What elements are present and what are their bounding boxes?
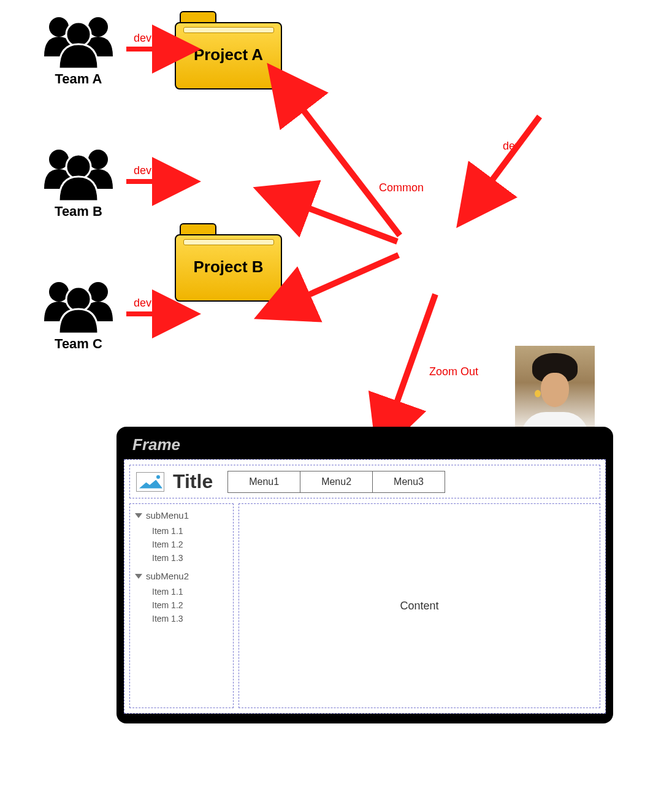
sidebar-item[interactable]: Item 1.3 [152,551,228,565]
team-label: Team C [36,336,121,352]
team-c: Team C [36,278,121,352]
arrow-label-dev: dev [134,164,151,177]
sidebar-group-title: subMenu1 [146,510,189,521]
folder-label: Project A [175,45,282,64]
svg-line-16 [391,294,435,418]
sidebar-item[interactable]: Item 1.1 [152,585,228,598]
sidebar-item[interactable]: Item 1.2 [152,598,228,612]
wf-header: Title Menu1 Menu2 Menu3 [129,465,600,498]
content-label: Content [400,600,438,612]
sidebar-group-header[interactable]: subMenu2 [135,571,228,581]
frame-inner: Title Menu1 Menu2 Menu3 subMenu1 Item 1.… [124,459,606,714]
people-icon [36,13,121,69]
sidebar-group: subMenu2 Item 1.1 Item 1.2 Item 1.3 [135,571,228,625]
sidebar-item[interactable]: Item 1.2 [152,538,228,551]
menu-item[interactable]: Menu3 [373,471,445,492]
sidebar-item[interactable]: Item 1.1 [152,524,228,538]
team-b: Team B [36,146,121,219]
menu-item[interactable]: Menu1 [228,471,300,492]
svg-line-15 [482,116,540,194]
folder-project-b: Project B [175,223,282,303]
wf-menus: Menu1 Menu2 Menu3 [227,471,445,493]
svg-point-2 [66,22,91,47]
team-a: Team A [36,13,121,87]
chevron-down-icon [135,574,142,579]
frame-window: Frame Title Menu1 Menu2 Menu3 subMenu1 I… [116,427,613,723]
team-label: Team A [36,71,121,87]
arrow-label-dev: dev [503,140,521,153]
people-icon [36,146,121,201]
arrow-label-common: Common [379,181,424,194]
svg-point-8 [66,287,91,311]
menu-item[interactable]: Menu2 [300,471,373,492]
svg-line-13 [293,202,397,242]
sidebar-item[interactable]: Item 1.3 [152,612,228,625]
chevron-down-icon [135,513,142,518]
page-title: Title [173,470,213,493]
logo-icon [136,472,164,492]
svg-point-5 [66,155,91,179]
team-label: Team B [36,204,121,219]
folder-label: Project B [175,258,282,277]
people-icon [36,278,121,334]
avatar [515,346,595,438]
frame-title: Frame [132,435,606,454]
wf-content: Content [239,503,600,708]
sidebar-group-title: subMenu2 [146,571,189,581]
sidebar-group-header[interactable]: subMenu1 [135,510,228,521]
folder-project-a: Project A [175,11,282,91]
sidebar-group: subMenu1 Item 1.1 Item 1.2 Item 1.3 [135,510,228,565]
wf-sidebar: subMenu1 Item 1.1 Item 1.2 Item 1.3 subM… [129,503,234,708]
svg-line-14 [293,255,399,302]
svg-line-12 [293,97,400,235]
arrow-label-dev: dev [134,32,151,45]
arrow-label-zoomout: Zoom Out [429,365,478,378]
arrow-label-dev: dev [134,297,151,310]
